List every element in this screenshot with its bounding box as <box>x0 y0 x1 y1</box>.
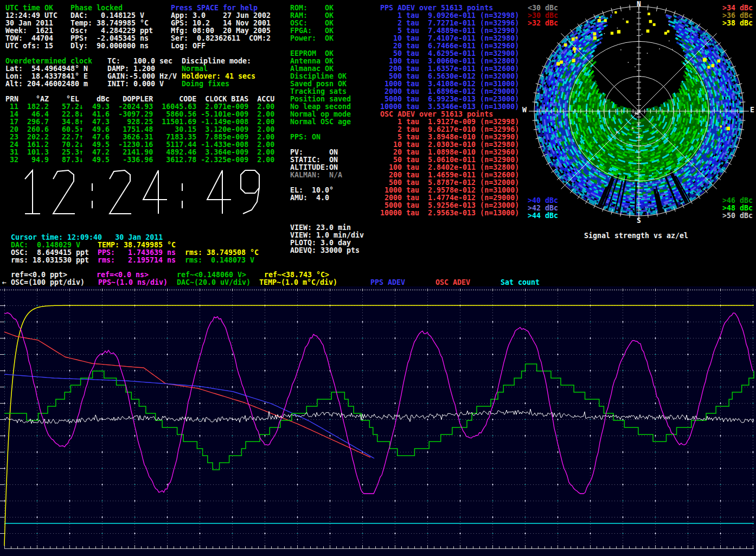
discipline-mode-text: Normal <box>182 65 208 73</box>
osc-adev-table-text: 5000 tau 5.9256e-013 (n=23000) <box>380 201 519 209</box>
gps-status-text: Saved posn OK <box>290 80 347 88</box>
temp-rms-text: rms: 38.749508 °C <box>185 248 259 257</box>
gps-status-text: Normal op mode <box>290 110 351 118</box>
view-settings-text: ADEVQ: 33000 pts <box>290 246 360 254</box>
compass-e: E <box>750 106 754 114</box>
view-settings-text: VIEW: 23.0 min <box>290 223 351 232</box>
gps-status-text: Antenna OK <box>290 57 334 65</box>
utc-status-text: UTC time OK <box>5 4 53 12</box>
clock-digit <box>25 170 33 214</box>
hardware-status-text: Power: OK <box>290 34 334 42</box>
sat-table-text: 23 202.2 22.7↑ 47.6 3626.31 7183.35 7.88… <box>5 133 274 141</box>
receiver-pos: Overdetermined clockLat: 54.4964948° NLo… <box>5 57 92 88</box>
osc-adev-table-text: 200 tau 1.4659e-011 (n=32600) <box>380 171 519 179</box>
help-info-text: Ser: 0.82362611 COM:2 <box>171 34 271 42</box>
legend-tl-text: >32 dBc <box>528 19 558 27</box>
fix-filters-text: KALMAN: N/A <box>290 171 342 179</box>
el-amu-text: AMU: 4.0 <box>290 194 329 202</box>
hdr-osc-adev: OSC ADEV <box>435 279 470 286</box>
scale-osc-text: ← OSC=(100 ppt/div) <box>2 278 85 286</box>
pps-adev-table-text: 1000 tau 3.4108e-012 (n=31000) <box>380 80 519 88</box>
temp-rms: rms: 38.749508 °C <box>185 249 259 257</box>
pps-status: PPS: ON <box>290 133 321 141</box>
pps-adev-table-text: 10 tau 7.4107e-011 (n=32980) <box>380 34 519 42</box>
loop-params-text: DAMP: 1.200 <box>107 65 155 73</box>
help-info-text: App: 3.0 27 Jun 2002 <box>171 11 271 20</box>
loop-params-text: GAIN:-5.000 Hz/V <box>107 72 177 80</box>
phase-status-text: PPS↑ -2.045345 ns <box>71 34 149 42</box>
legend-br-text: >46 dBc <box>722 196 753 204</box>
utc-status-text: 30 Jan 2011 <box>5 19 53 27</box>
gps-status-text: No leap second <box>290 103 351 111</box>
pps-readout: PPS: 1.743639 ns <box>98 249 176 257</box>
pps-adev-table-text: 100 tau 3.0060e-011 (n=32800) <box>380 57 519 65</box>
scale-pps-text: PPS~(1.0 ns/div) <box>98 278 168 286</box>
gps-status-text: Normal OSC age <box>290 118 351 126</box>
fix-filters-text: STATIC: ON <box>290 156 338 164</box>
compass-n: N <box>637 1 641 8</box>
view-settings-text: VIEW: 1.0 min/div <box>290 231 364 239</box>
compass-w: W <box>522 106 527 114</box>
legend-tl-text: >30 dBc <box>528 11 558 20</box>
gps-status-text: Position saved <box>290 95 351 103</box>
pps-adev-table-text: 2000 tau 1.6896e-012 (n=29000) <box>380 87 519 95</box>
loop-params-text: INIT: 0.000 V <box>107 80 164 88</box>
osc-adev-table: OSC ADEV over 51613 points 1 tau 1.9127e… <box>380 111 519 217</box>
legend-tr: >34 dBc>36 dBc>38 dBc <box>722 4 753 27</box>
pps-adev-table-text: 5000 tau 6.9923e-013 (n=23000) <box>380 95 519 103</box>
phase-status-text: Phase locked <box>71 4 123 12</box>
pps-adev-table-text: 200 tau 1.6357e-011 (n=32600) <box>380 65 519 73</box>
legend-tl: <30 dBc>30 dBc>32 dBc <box>528 4 558 27</box>
legend-bl-text: >42 dBc <box>528 204 558 212</box>
scale-dac-text: DAC~(20.0 uV/div) <box>177 278 251 286</box>
help-info-text: Press SPACE for help <box>171 4 258 12</box>
scale-temp-text: TEMP~(1.0 m°C/div) <box>259 278 337 286</box>
pps-adev-table-text: 1 tau 9.0926e-011 (n=32998) <box>380 11 519 20</box>
sat-table-text: 20 260.6 60.5↑ 49.6 1751.48 30.15 3.120e… <box>5 125 274 133</box>
osc-rms: rms: 18.031530 ppt <box>11 257 89 264</box>
el-amu-text: EL: 10.0° <box>290 186 334 194</box>
sat-table-text: 31 101.3 25.3↑ 47.2 2141.90 4892.46 3.36… <box>5 148 274 156</box>
sat-table-text: 24 161.2 70.2↓ 49.5 -1230.16 5117.44 -1.… <box>5 140 274 149</box>
receiver-pos-text: Alt: 204.46002480 m <box>5 80 88 88</box>
osc-adev-table-text: 5 tau 3.8948e-010 (n=32990) <box>380 133 519 141</box>
osc-adev-table-text: 100 tau 2.8402e-011 (n=32800) <box>380 163 519 171</box>
ref-dac-text: ref~<0.148060 V> <box>177 271 246 279</box>
legend-bl-text: >40 dBc <box>528 196 558 204</box>
legend-br-text: >48 dBc <box>722 204 753 212</box>
pps-adev-table-text: 2 tau 7.7271e-011 (n=32996) <box>380 19 519 27</box>
legend-br-text: >50 dBc <box>722 212 753 220</box>
pps-adev-table-text: PPS ADEV over 51613 points <box>380 4 493 12</box>
discipline-mode-text: Doing fixes <box>182 80 229 88</box>
discipline-mode-text: Discipline mode: <box>182 57 251 65</box>
help-info-text: GPS: 10.2 14 Nov 2001 <box>171 19 271 27</box>
hdr-osc-adev-text: OSC ADEV <box>435 278 470 286</box>
ref-dac: ref~<0.148060 V> <box>177 271 246 279</box>
strip-chart-canvas[interactable] <box>0 286 756 556</box>
discipline-mode: Discipline mode:NormalHoldover: 41 secsD… <box>182 57 255 88</box>
gps-status-text: Discipline OK <box>290 72 347 80</box>
hdr-sat-count: Sat count <box>501 279 540 286</box>
view-settings-text: PLOTQ: 3.0 day <box>290 239 351 247</box>
discipline-mode-text: Holdover: 41 secs <box>182 72 255 80</box>
hardware-status-text: OSC: OK <box>290 19 334 27</box>
pps-adev-table-text: 500 tau 6.5630e-012 (n=32000) <box>380 72 519 80</box>
pps-adev-table-text: 20 tau 6.7466e-011 (n=32960) <box>380 42 519 50</box>
clock-digit <box>53 170 75 214</box>
view-settings: VIEW: 23.0 minVIEW: 1.0 min/divPLOTQ: 3.… <box>290 224 364 254</box>
ref-temp-text: ref~<38.743 °C> <box>264 271 329 279</box>
pps-adev-table-text: 10000 tau 3.5346e-013 (n=13000) <box>380 103 519 111</box>
fix-filters: PV: ONSTATIC: ONALTITUDE:ONKALMAN: N/A <box>290 149 342 179</box>
pps-adev-table-text: 50 tau 4.6295e-011 (n=32900) <box>380 49 519 57</box>
utc-status-text: TOW: 44704 <box>5 34 53 42</box>
utc-status-text: UTC ofs: 15 <box>5 42 53 50</box>
clock-digit <box>110 170 131 214</box>
osc-adev-table-text: 500 tau 5.8787e-012 (n=32000) <box>380 178 519 187</box>
compass-s: S <box>637 217 641 225</box>
compass-n-text: N <box>637 0 641 8</box>
pps-rms-text: rms: 2.195714 ns <box>98 256 176 264</box>
digital-clock <box>15 167 270 218</box>
compass-w-text: W <box>522 106 527 114</box>
sat-table: PRN °AZ °EL dBc DOPPLER CODE CLOCK BIAS … <box>5 95 274 164</box>
hdr-pps-adev-text: PPS ADEV <box>370 278 405 286</box>
